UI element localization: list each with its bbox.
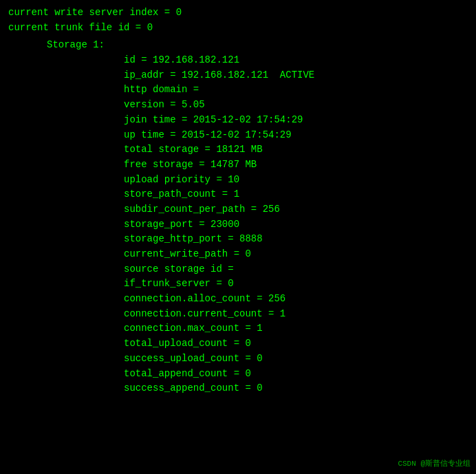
- storage-field-14: source storage id =: [8, 262, 468, 277]
- storage-field-22: success_append_count = 0: [8, 381, 468, 396]
- storage-field-17: connection.current_count = 1: [8, 307, 468, 322]
- storage-field-2: http domain =: [8, 83, 468, 98]
- storage-field-15: if_trunk_server = 0: [8, 277, 468, 292]
- storage-field-6: total storage = 18121 MB: [8, 142, 468, 158]
- storage-field-13: current_write_path = 0: [8, 247, 468, 262]
- terminal-output: current write server index = 0 current t…: [8, 6, 468, 396]
- storage-field-18: connection.max_count = 1: [8, 321, 468, 336]
- storage-field-5: up time = 2015-12-02 17:54:29: [8, 128, 468, 143]
- storage-field-9: store_path_count = 1: [8, 187, 468, 202]
- watermark: CSDN @斯普信专业组: [398, 458, 470, 468]
- header-line-1: current write server index = 0: [8, 6, 468, 21]
- storage-field-19: total_upload_count = 0: [8, 336, 468, 352]
- storage-field-1: ip_addr = 192.168.182.121 ACTIVE: [8, 68, 468, 83]
- header-line-2: current trunk file id = 0: [8, 21, 468, 36]
- storage-field-4: join time = 2015-12-02 17:54:29: [8, 113, 468, 128]
- storage-field-20: success_upload_count = 0: [8, 352, 468, 367]
- storage-field-16: connection.alloc_count = 256: [8, 292, 468, 307]
- storage-field-21: total_append_count = 0: [8, 367, 468, 382]
- storage-field-0: id = 192.168.182.121: [8, 53, 468, 68]
- storage-label: Storage 1:: [8, 38, 468, 53]
- storage-field-3: version = 5.05: [8, 98, 468, 113]
- storage-field-11: storage_port = 23000: [8, 217, 468, 233]
- storage-field-12: storage_http_port = 8888: [8, 232, 468, 247]
- storage-field-7: free storage = 14787 MB: [8, 158, 468, 173]
- storage-block: Storage 1: id = 192.168.182.121ip_addr =…: [8, 38, 468, 396]
- storage-field-8: upload priority = 10: [8, 173, 468, 188]
- storage-field-10: subdir_count_per_path = 256: [8, 202, 468, 217]
- storage-fields: id = 192.168.182.121ip_addr = 192.168.18…: [8, 53, 468, 396]
